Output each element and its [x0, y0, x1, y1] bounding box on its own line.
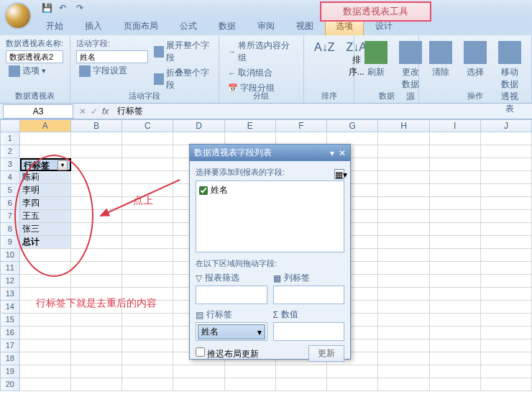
select-all-corner[interactable] — [0, 119, 20, 132]
fx-icon[interactable]: fx — [102, 106, 109, 117]
cell[interactable] — [225, 378, 276, 391]
row-area-item[interactable]: 姓名▾ — [198, 324, 265, 339]
row-header[interactable]: 1 — [0, 132, 20, 145]
tab-insert[interactable]: 插入 — [75, 17, 112, 35]
cell[interactable] — [71, 223, 122, 236]
cell[interactable]: 行标签▾ — [20, 158, 71, 171]
cell[interactable] — [430, 288, 481, 301]
col-header[interactable]: I — [430, 119, 481, 132]
cell[interactable] — [122, 327, 173, 339]
cell[interactable] — [378, 145, 429, 158]
undo-icon[interactable]: ↶ — [59, 3, 72, 16]
cell[interactable] — [430, 210, 481, 223]
cell[interactable] — [430, 301, 481, 314]
cell[interactable] — [378, 327, 429, 339]
cell[interactable] — [430, 262, 481, 275]
field-checkbox[interactable] — [199, 186, 208, 195]
col-header[interactable]: J — [481, 119, 532, 132]
cell[interactable] — [481, 197, 532, 210]
cell[interactable] — [378, 249, 429, 262]
col-header[interactable]: B — [71, 119, 122, 132]
cell[interactable] — [122, 236, 173, 249]
tab-formulas[interactable]: 公式 — [170, 17, 207, 35]
cell[interactable] — [430, 314, 481, 327]
select-button[interactable]: 选择 — [459, 38, 491, 118]
cell[interactable]: 李明 — [20, 184, 71, 197]
cell[interactable] — [481, 365, 532, 378]
cell[interactable] — [378, 275, 429, 288]
cell[interactable] — [481, 171, 532, 184]
cell[interactable] — [122, 365, 173, 378]
filter-dropdown-icon[interactable]: ▾ — [58, 160, 68, 170]
col-header[interactable]: A — [20, 119, 71, 132]
cell[interactable] — [20, 262, 71, 275]
cell[interactable] — [276, 378, 327, 391]
cell[interactable] — [122, 132, 173, 145]
cell[interactable] — [481, 352, 532, 365]
cell[interactable] — [378, 210, 429, 223]
defer-layout-checkbox[interactable]: 推迟布局更新 — [196, 347, 259, 360]
expand-field-button[interactable]: 展开整个字段 — [151, 38, 212, 65]
cell[interactable] — [430, 197, 481, 210]
col-header[interactable]: D — [173, 119, 224, 132]
pivot-name-input[interactable] — [6, 50, 63, 63]
cell[interactable] — [71, 275, 122, 288]
cell[interactable] — [20, 339, 71, 352]
field-item[interactable]: 姓名 — [199, 184, 341, 196]
update-button[interactable]: 更新 — [308, 345, 344, 362]
row-header[interactable]: 13 — [0, 288, 20, 301]
cell[interactable]: 总计 — [20, 236, 71, 249]
chevron-down-icon[interactable]: ▾ — [257, 327, 262, 337]
cell[interactable] — [378, 339, 429, 352]
cell[interactable] — [378, 132, 429, 145]
layout-options-icon[interactable]: ▦▾ — [334, 169, 344, 179]
cell[interactable] — [378, 262, 429, 275]
formula-input[interactable]: 行标签 — [113, 104, 147, 119]
cell[interactable] — [122, 171, 173, 184]
cell[interactable] — [430, 132, 481, 145]
cell[interactable] — [122, 314, 173, 327]
cell[interactable] — [430, 339, 481, 352]
cell[interactable] — [71, 352, 122, 365]
cell[interactable] — [430, 249, 481, 262]
cell[interactable] — [430, 236, 481, 249]
tab-page-layout[interactable]: 页面布局 — [114, 17, 168, 35]
cell[interactable] — [378, 314, 429, 327]
cell[interactable] — [20, 327, 71, 339]
cell[interactable] — [481, 158, 532, 171]
cell[interactable] — [71, 365, 122, 378]
dropdown-icon[interactable]: ▾ — [330, 148, 334, 158]
cell[interactable] — [481, 132, 532, 145]
cell[interactable] — [20, 249, 71, 262]
cell[interactable] — [327, 378, 378, 391]
office-button[interactable] — [4, 2, 32, 29]
cell[interactable] — [378, 184, 429, 197]
move-button[interactable]: 移动数据透视表 — [494, 38, 526, 118]
cell[interactable] — [20, 132, 71, 145]
cell[interactable] — [430, 158, 481, 171]
cell[interactable] — [481, 145, 532, 158]
cell[interactable] — [20, 314, 71, 327]
cell[interactable] — [430, 378, 481, 391]
cell[interactable] — [378, 378, 429, 391]
cell[interactable] — [481, 339, 532, 352]
active-field-input[interactable] — [76, 50, 148, 63]
cell[interactable] — [481, 249, 532, 262]
area-report-filter[interactable]: ▽报表筛选 — [196, 272, 267, 304]
row-header[interactable]: 4 — [0, 171, 20, 184]
name-box[interactable]: A3 — [3, 104, 73, 119]
cell[interactable]: 王五 — [20, 210, 71, 223]
cell[interactable] — [378, 171, 429, 184]
col-header[interactable]: H — [378, 119, 429, 132]
col-header[interactable]: G — [327, 119, 378, 132]
cell[interactable] — [71, 132, 122, 145]
row-header[interactable]: 15 — [0, 314, 20, 327]
ungroup-button[interactable]: ← 取消组合 — [225, 65, 298, 81]
cell[interactable] — [20, 275, 71, 288]
cell[interactable] — [378, 288, 429, 301]
area-column-labels[interactable]: ▦列标签 — [273, 272, 345, 304]
cell[interactable] — [430, 223, 481, 236]
row-header[interactable]: 6 — [0, 197, 20, 210]
row-header[interactable]: 19 — [0, 365, 20, 378]
cell[interactable] — [378, 352, 429, 365]
